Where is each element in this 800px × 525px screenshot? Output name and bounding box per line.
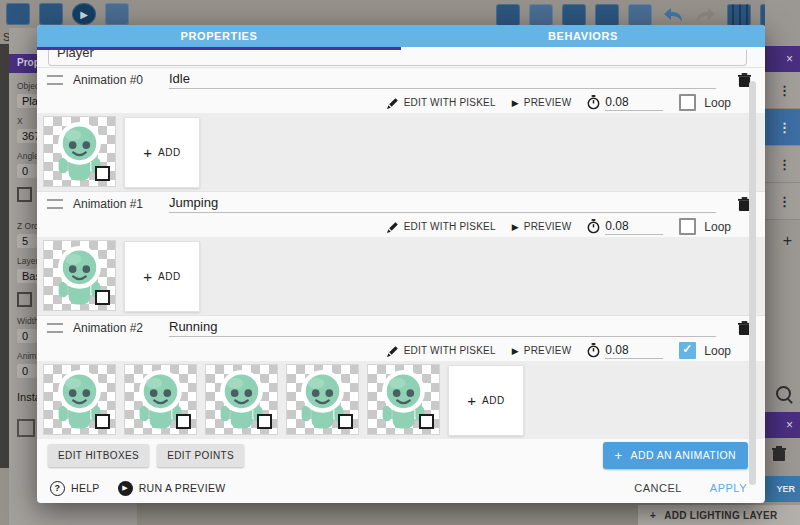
kebab-menu-icon[interactable]: ⋮ (778, 83, 791, 98)
new-window-icon[interactable] (39, 3, 63, 25)
checkbox[interactable] (17, 187, 32, 202)
project-manager-icon[interactable] (6, 3, 30, 25)
tab-behaviors[interactable]: BEHAVIORS (401, 25, 765, 47)
property-value[interactable]: 0 (17, 164, 37, 178)
pencil-icon (387, 221, 399, 233)
gdevelop-editor-screen: ▶ 1:1 Start S Prope ObjecPlayX367Angle0L… (0, 0, 800, 525)
frame-select-checkbox[interactable] (95, 166, 110, 181)
object-list-item[interactable]: ⋮ (765, 72, 800, 109)
property-value[interactable]: 5 (17, 234, 37, 248)
delete-grid-icon[interactable] (727, 4, 751, 26)
pencil-icon (387, 345, 399, 357)
run-a-preview-button[interactable]: ▶ RUN A PREVIEW (118, 481, 226, 496)
cancel-button[interactable]: CANCEL (634, 482, 682, 494)
property-value[interactable]: 0 (17, 364, 37, 378)
add-lighting-layer-button[interactable]: + ADD LIGHTING LAYER (638, 505, 800, 525)
property-value[interactable]: 0 (17, 329, 37, 343)
redo-icon[interactable] (694, 5, 718, 25)
time-between-frames-input[interactable]: 0.08 (605, 343, 663, 359)
scene-panel-strip (0, 44, 9, 468)
edit-points-button[interactable]: EDIT POINTS (157, 444, 244, 467)
layers-icon[interactable] (628, 4, 652, 26)
frame-select-checkbox[interactable] (419, 414, 434, 429)
preview-animation-button[interactable]: ▶ PREVIEW (512, 221, 572, 232)
animation-frame-thumbnail[interactable] (124, 364, 197, 435)
close-icon[interactable]: × (786, 52, 793, 66)
checkbox[interactable] (17, 292, 32, 307)
play-icon[interactable]: ▶ (72, 3, 96, 25)
animation-frame-thumbnail[interactable] (43, 364, 116, 435)
object-list-item[interactable]: ⋮ (765, 183, 800, 220)
frame-select-checkbox[interactable] (95, 290, 110, 305)
kebab-menu-icon[interactable]: ⋮ (778, 120, 791, 135)
kebab-menu-icon[interactable]: ⋮ (778, 194, 791, 209)
kebab-menu-icon[interactable]: ⋮ (778, 157, 791, 172)
play-icon: ▶ (512, 346, 519, 356)
add-frame-button[interactable]: + ADD (448, 365, 524, 436)
add-frame-button[interactable]: + ADD (124, 241, 200, 312)
debug-icon[interactable] (105, 3, 129, 25)
loop-label: Loop (704, 344, 731, 358)
frame-select-checkbox[interactable] (95, 414, 110, 429)
add-an-animation-button[interactable]: + ADD AN ANIMATION (603, 442, 748, 469)
loop-checkbox[interactable] (679, 218, 696, 235)
add-lighting-layer-label: ADD LIGHTING LAYER (664, 510, 777, 521)
objects-icon[interactable] (496, 4, 520, 26)
preview-animation-button[interactable]: ▶ PREVIEW (512, 345, 572, 356)
animation-name-input[interactable]: Jumping (169, 195, 716, 213)
edit-with-piskel-button[interactable]: EDIT WITH PISKEL (387, 221, 496, 233)
question-icon: ? (50, 481, 65, 496)
undo-icon[interactable] (661, 5, 685, 25)
animation-frame-thumbnail[interactable] (205, 364, 278, 435)
apply-button[interactable]: APPLY (710, 482, 747, 494)
tab-properties[interactable]: PROPERTIES (37, 25, 401, 47)
object-list-item[interactable]: ⋮ (765, 146, 800, 183)
panel-icon[interactable] (17, 419, 35, 437)
edit-hitboxes-button[interactable]: EDIT HITBOXES (48, 444, 149, 467)
object-name-input[interactable]: Player (48, 50, 747, 66)
drag-handle-icon[interactable] (47, 323, 63, 333)
dialog-scrollbar[interactable] (749, 81, 756, 485)
animation-section-1: Animation #1 Jumping EDIT WITH PISKEL ▶ … (37, 191, 765, 315)
edit-icon[interactable] (562, 4, 586, 26)
animation-name-input[interactable]: Running (169, 319, 716, 337)
play-icon: ▶ (118, 481, 133, 496)
object-list: ⋮⋮⋮⋮ (765, 72, 800, 220)
preview-animation-button[interactable]: ▶ PREVIEW (512, 97, 572, 108)
drag-handle-icon[interactable] (47, 199, 63, 209)
object-name-value: Player (57, 50, 746, 60)
animation-name-input[interactable]: Idle (169, 71, 716, 89)
add-object-button[interactable]: + (765, 224, 800, 258)
animation-frame-thumbnail[interactable] (43, 116, 116, 187)
help-button[interactable]: ? HELP (50, 481, 100, 496)
events-icon[interactable] (595, 4, 619, 26)
time-between-frames-input[interactable]: 0.08 (605, 95, 663, 111)
plus-icon: + (143, 144, 152, 161)
pencil-icon (387, 97, 399, 109)
edit-with-piskel-button[interactable]: EDIT WITH PISKEL (387, 345, 496, 357)
loop-checkbox[interactable] (679, 342, 696, 359)
animation-title: Animation #1 (73, 197, 159, 211)
time-between-frames-input[interactable]: 0.08 (605, 219, 663, 235)
animation-frame-thumbnail[interactable] (286, 364, 359, 435)
delete-layer-icon[interactable] (772, 446, 786, 462)
dialog-content: Player Animation #0 Idle EDIT WITH PISKE… (37, 47, 765, 503)
search-icon[interactable] (776, 386, 791, 401)
frames-row: + ADD (37, 113, 765, 191)
animation-frame-thumbnail[interactable] (43, 240, 116, 311)
groups-icon[interactable] (529, 4, 553, 26)
animation-title: Animation #2 (73, 321, 159, 335)
loop-checkbox[interactable] (679, 94, 696, 111)
animation-section-2: Animation #2 Running EDIT WITH PISKEL ▶ … (37, 315, 765, 439)
frame-select-checkbox[interactable] (257, 414, 272, 429)
add-frame-button[interactable]: + ADD (124, 117, 200, 188)
stopwatch-icon (587, 219, 600, 234)
frame-select-checkbox[interactable] (176, 414, 191, 429)
animation-frame-thumbnail[interactable] (367, 364, 440, 435)
stopwatch-icon (587, 343, 600, 358)
close-icon[interactable]: × (786, 418, 793, 432)
edit-with-piskel-button[interactable]: EDIT WITH PISKEL (387, 97, 496, 109)
object-list-item[interactable]: ⋮ (765, 109, 800, 146)
frame-select-checkbox[interactable] (338, 414, 353, 429)
drag-handle-icon[interactable] (47, 75, 63, 85)
